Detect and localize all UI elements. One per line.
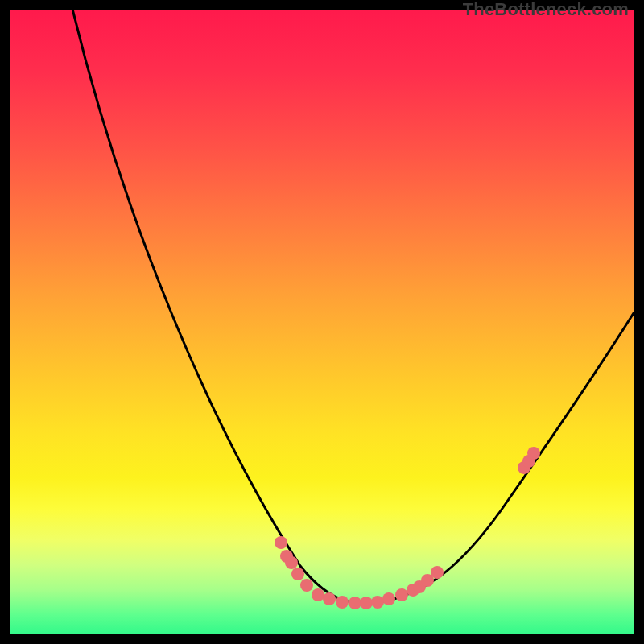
data-points (275, 447, 540, 609)
data-point (300, 579, 313, 592)
data-point (360, 597, 373, 609)
data-point (431, 566, 444, 579)
data-point (371, 596, 384, 609)
data-point (312, 588, 324, 601)
data-point (275, 536, 287, 549)
plot-area: TheBottleneck.com (10, 10, 634, 634)
data-point (382, 592, 395, 605)
data-point (323, 592, 336, 605)
chart-svg (10, 10, 634, 634)
data-point (285, 556, 298, 569)
data-point (349, 597, 361, 609)
data-point (291, 568, 304, 580)
data-point (527, 447, 540, 460)
data-point (336, 596, 349, 609)
bottleneck-curve (71, 10, 634, 603)
data-point (395, 588, 408, 601)
